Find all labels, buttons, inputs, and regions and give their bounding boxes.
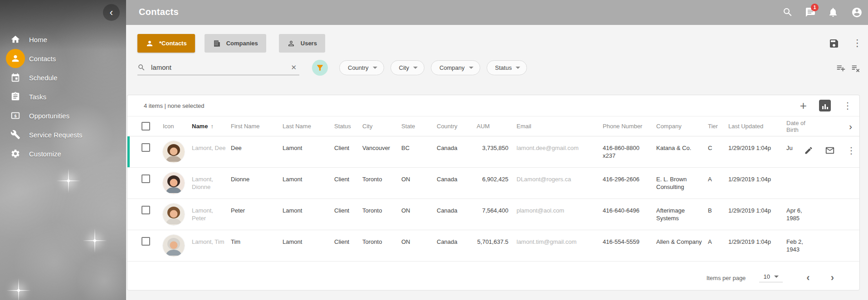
table-header-row: Icon Name↑ First Name Last Name Status C… bbox=[127, 116, 859, 136]
column-header-aum[interactable]: AUM bbox=[477, 123, 517, 130]
cell-last-name: Lamont bbox=[283, 199, 334, 230]
chevron-down-icon bbox=[413, 67, 418, 69]
row-checkbox[interactable] bbox=[141, 174, 150, 183]
cell-name: Lamont, Tim bbox=[192, 230, 231, 261]
sidebar-item-label: Contacts bbox=[29, 55, 56, 63]
chevron-down-icon bbox=[469, 67, 473, 69]
sidebar-item-service-requests[interactable]: Service Requests bbox=[0, 125, 126, 144]
bar-chart-icon[interactable] bbox=[819, 100, 831, 111]
sidebar-item-label: Customize bbox=[29, 150, 61, 158]
search-icon[interactable] bbox=[782, 7, 793, 18]
cell-name: Lamont, Peter bbox=[192, 199, 231, 230]
column-header-phone[interactable]: Phone Number bbox=[603, 123, 656, 130]
appbar: Contacts 1 bbox=[126, 0, 868, 25]
filter-chip-company[interactable]: Company bbox=[431, 60, 480, 75]
cell-last-updated: 1/29/2019 1:04p bbox=[728, 136, 786, 167]
sidebar-item-opportunities[interactable]: $ Opportunities bbox=[0, 106, 126, 125]
add-contact-icon[interactable]: + bbox=[800, 100, 807, 111]
sidebar-item-schedule[interactable]: Schedule bbox=[0, 68, 126, 87]
search-input[interactable] bbox=[151, 63, 288, 71]
chip-label: City bbox=[399, 64, 409, 71]
cell-status: Client bbox=[334, 199, 362, 230]
column-header-first-name[interactable]: First Name bbox=[231, 123, 283, 130]
cell-last-name: Lamont bbox=[283, 168, 334, 198]
row-kebab-menu-icon[interactable]: ⋮ bbox=[847, 146, 854, 155]
sidebar-item-label: Service Requests bbox=[29, 131, 83, 139]
filter-chip-city[interactable]: City bbox=[390, 60, 424, 75]
account-icon[interactable] bbox=[851, 7, 862, 18]
view-tabs: *Contacts Companies Users bbox=[137, 34, 325, 53]
table-row[interactable]: Lamont, Peter Peter Lamont Client Toront… bbox=[127, 199, 859, 230]
tabs-kebab-menu-icon[interactable]: ⋮ bbox=[853, 38, 861, 48]
row-checkbox[interactable] bbox=[141, 143, 150, 152]
table-row[interactable]: Lamont, Dionne Dionne Lamont Client Toro… bbox=[127, 168, 859, 199]
column-header-country[interactable]: Country bbox=[437, 123, 477, 130]
funnel-icon bbox=[316, 63, 324, 72]
save-icon[interactable] bbox=[829, 38, 839, 49]
playlist-add-icon[interactable] bbox=[836, 63, 846, 73]
cell-aum: 5,701,637.5 bbox=[477, 230, 517, 261]
sidebar-item-tasks[interactable]: Tasks bbox=[0, 87, 126, 106]
row-checkbox[interactable] bbox=[141, 237, 150, 246]
cell-state: BC bbox=[401, 136, 437, 167]
column-header-last-name[interactable]: Last Name bbox=[283, 123, 334, 130]
sidebar-item-label: Schedule bbox=[29, 74, 58, 82]
filter-funnel-button[interactable] bbox=[312, 60, 328, 76]
sidebar-item-home[interactable]: Home bbox=[0, 30, 126, 49]
sidebar-nav: Home Contacts Schedule Tasks bbox=[0, 30, 126, 163]
column-header-city[interactable]: City bbox=[362, 123, 401, 130]
column-header-status[interactable]: Status bbox=[334, 123, 362, 130]
cell-phone: 416-860-8800 x237 bbox=[603, 136, 656, 167]
cell-first-name: Tim bbox=[231, 230, 283, 261]
person-icon bbox=[10, 53, 21, 64]
row-checkbox[interactable] bbox=[141, 206, 150, 214]
next-page-button[interactable]: › bbox=[831, 273, 834, 283]
search-field: ✕ bbox=[137, 60, 299, 75]
previous-page-button[interactable]: ‹ bbox=[806, 273, 809, 283]
cell-name: Lamont, Dee bbox=[192, 136, 231, 167]
cell-country: Canada bbox=[437, 168, 477, 198]
home-icon bbox=[10, 34, 21, 45]
playlist-remove-icon[interactable] bbox=[851, 63, 861, 73]
cell-city: Toronto bbox=[362, 230, 401, 261]
filter-chip-status[interactable]: Status bbox=[487, 60, 527, 75]
column-header-tier[interactable]: Tier bbox=[708, 123, 728, 130]
table-kebab-menu-icon[interactable]: ⋮ bbox=[843, 101, 850, 110]
cell-last-updated: 1/29/2019 1:04p bbox=[728, 199, 786, 230]
clear-search-icon[interactable]: ✕ bbox=[288, 63, 299, 72]
scroll-columns-right-icon[interactable]: › bbox=[849, 122, 859, 131]
select-all-checkbox[interactable] bbox=[141, 122, 150, 131]
cell-dob: Feb 2, 1943 bbox=[786, 230, 818, 261]
messages-icon[interactable]: 1 bbox=[805, 7, 816, 18]
column-header-name[interactable]: Name↑ bbox=[192, 123, 231, 130]
cell-status: Client bbox=[334, 136, 362, 167]
column-header-email[interactable]: Email bbox=[517, 123, 603, 130]
sidebar-item-label: Home bbox=[29, 36, 47, 44]
column-header-icon[interactable]: Icon bbox=[163, 123, 192, 130]
sidebar-item-contacts[interactable]: Contacts bbox=[0, 49, 126, 68]
sidebar-item-customize[interactable]: Customize bbox=[0, 144, 126, 163]
table-row[interactable]: Lamont, Tim Tim Lamont Client Toronto ON… bbox=[127, 230, 859, 261]
filter-chip-country[interactable]: Country bbox=[339, 60, 384, 75]
column-header-last-updated[interactable]: Last Updated bbox=[728, 123, 786, 130]
cell-status: Client bbox=[334, 168, 362, 198]
avatar bbox=[163, 235, 185, 256]
cell-aum: 7,564,400 bbox=[477, 199, 517, 230]
tab-contacts[interactable]: *Contacts bbox=[137, 34, 195, 53]
cell-city: Vancouver bbox=[362, 136, 401, 167]
tab-users[interactable]: Users bbox=[279, 34, 325, 53]
sidebar-item-label: Opportunities bbox=[29, 112, 69, 120]
cell-country: Canada bbox=[437, 199, 477, 230]
column-header-dob[interactable]: Date of Birth bbox=[786, 120, 818, 133]
calendar-icon bbox=[10, 72, 21, 83]
page-size-select[interactable]: 10 bbox=[759, 273, 783, 282]
column-header-state[interactable]: State bbox=[401, 123, 437, 130]
table-row[interactable]: Lamont, Dee Dee Lamont Client Vancouver … bbox=[127, 136, 859, 168]
edit-pencil-icon[interactable] bbox=[804, 146, 813, 155]
notifications-bell-icon[interactable] bbox=[828, 7, 839, 18]
sidebar-collapse-button[interactable]: ‹ bbox=[103, 4, 120, 21]
column-header-company[interactable]: Company bbox=[656, 123, 708, 130]
tab-companies[interactable]: Companies bbox=[205, 34, 266, 53]
email-envelope-icon[interactable] bbox=[825, 145, 835, 155]
page-size-value: 10 bbox=[764, 273, 770, 280]
